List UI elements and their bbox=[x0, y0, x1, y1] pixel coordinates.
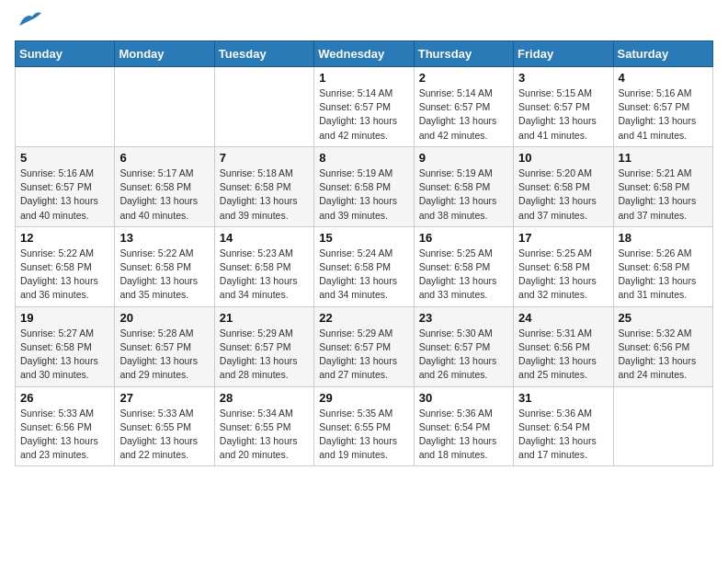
day-cell: 16Sunrise: 5:25 AM Sunset: 6:58 PM Dayli… bbox=[414, 226, 513, 306]
day-number: 16 bbox=[419, 231, 508, 245]
day-info: Sunrise: 5:14 AM Sunset: 6:57 PM Dayligh… bbox=[319, 86, 408, 143]
day-number: 12 bbox=[20, 231, 109, 245]
weekday-header-friday: Friday bbox=[514, 41, 613, 67]
weekday-header-wednesday: Wednesday bbox=[314, 41, 414, 67]
day-cell: 13Sunrise: 5:22 AM Sunset: 6:58 PM Dayli… bbox=[115, 226, 214, 306]
day-number: 5 bbox=[20, 151, 109, 165]
day-number: 28 bbox=[220, 391, 309, 405]
day-info: Sunrise: 5:33 AM Sunset: 6:56 PM Dayligh… bbox=[20, 407, 109, 463]
day-info: Sunrise: 5:22 AM Sunset: 6:58 PM Dayligh… bbox=[119, 247, 209, 303]
week-row-2: 5Sunrise: 5:16 AM Sunset: 6:57 PM Daylig… bbox=[16, 146, 713, 226]
day-info: Sunrise: 5:30 AM Sunset: 6:57 PM Dayligh… bbox=[419, 327, 508, 383]
day-info: Sunrise: 5:32 AM Sunset: 6:56 PM Dayligh… bbox=[619, 327, 708, 383]
day-info: Sunrise: 5:20 AM Sunset: 6:58 PM Dayligh… bbox=[518, 167, 608, 223]
weekday-header-monday: Monday bbox=[115, 41, 214, 67]
day-cell: 14Sunrise: 5:23 AM Sunset: 6:58 PM Dayli… bbox=[214, 226, 313, 306]
day-info: Sunrise: 5:29 AM Sunset: 6:57 PM Dayligh… bbox=[319, 327, 408, 383]
day-info: Sunrise: 5:27 AM Sunset: 6:58 PM Dayligh… bbox=[20, 327, 109, 383]
weekday-header-sunday: Sunday bbox=[16, 41, 115, 67]
day-info: Sunrise: 5:24 AM Sunset: 6:58 PM Dayligh… bbox=[319, 247, 408, 303]
day-info: Sunrise: 5:21 AM Sunset: 6:58 PM Dayligh… bbox=[619, 167, 708, 223]
day-number: 18 bbox=[619, 231, 708, 245]
day-info: Sunrise: 5:35 AM Sunset: 6:55 PM Dayligh… bbox=[319, 407, 408, 463]
day-cell: 28Sunrise: 5:34 AM Sunset: 6:55 PM Dayli… bbox=[214, 386, 313, 466]
day-info: Sunrise: 5:14 AM Sunset: 6:57 PM Dayligh… bbox=[419, 86, 508, 143]
day-info: Sunrise: 5:25 AM Sunset: 6:58 PM Dayligh… bbox=[518, 247, 608, 303]
day-cell: 12Sunrise: 5:22 AM Sunset: 6:58 PM Dayli… bbox=[16, 226, 115, 306]
day-cell: 19Sunrise: 5:27 AM Sunset: 6:58 PM Dayli… bbox=[16, 306, 115, 386]
day-cell: 22Sunrise: 5:29 AM Sunset: 6:57 PM Dayli… bbox=[314, 306, 414, 386]
day-cell: 20Sunrise: 5:28 AM Sunset: 6:57 PM Dayli… bbox=[115, 306, 214, 386]
day-info: Sunrise: 5:18 AM Sunset: 6:58 PM Dayligh… bbox=[220, 167, 309, 223]
day-number: 8 bbox=[319, 151, 408, 165]
day-info: Sunrise: 5:15 AM Sunset: 6:57 PM Dayligh… bbox=[518, 86, 608, 143]
day-number: 19 bbox=[20, 311, 109, 325]
day-info: Sunrise: 5:25 AM Sunset: 6:58 PM Dayligh… bbox=[419, 247, 508, 303]
logo-bird-icon bbox=[17, 9, 43, 29]
day-cell: 21Sunrise: 5:29 AM Sunset: 6:57 PM Dayli… bbox=[214, 306, 313, 386]
week-row-4: 19Sunrise: 5:27 AM Sunset: 6:58 PM Dayli… bbox=[16, 306, 713, 386]
day-info: Sunrise: 5:17 AM Sunset: 6:58 PM Dayligh… bbox=[119, 167, 209, 223]
day-info: Sunrise: 5:34 AM Sunset: 6:55 PM Dayligh… bbox=[220, 407, 309, 463]
day-number: 14 bbox=[220, 231, 309, 245]
day-number: 13 bbox=[119, 231, 209, 245]
calendar-table: SundayMondayTuesdayWednesdayThursdayFrid… bbox=[15, 40, 713, 466]
weekday-header-row: SundayMondayTuesdayWednesdayThursdayFrid… bbox=[16, 41, 713, 67]
day-cell: 3Sunrise: 5:15 AM Sunset: 6:57 PM Daylig… bbox=[514, 67, 613, 147]
day-cell: 25Sunrise: 5:32 AM Sunset: 6:56 PM Dayli… bbox=[613, 306, 712, 386]
day-cell bbox=[115, 67, 214, 147]
page-header bbox=[15, 15, 713, 29]
day-info: Sunrise: 5:28 AM Sunset: 6:57 PM Dayligh… bbox=[119, 327, 209, 383]
day-cell: 18Sunrise: 5:26 AM Sunset: 6:58 PM Dayli… bbox=[613, 226, 712, 306]
day-info: Sunrise: 5:19 AM Sunset: 6:58 PM Dayligh… bbox=[419, 167, 508, 223]
day-number: 6 bbox=[119, 151, 209, 165]
day-number: 27 bbox=[119, 391, 209, 405]
day-info: Sunrise: 5:26 AM Sunset: 6:58 PM Dayligh… bbox=[619, 247, 708, 303]
day-cell: 4Sunrise: 5:16 AM Sunset: 6:57 PM Daylig… bbox=[613, 67, 712, 147]
day-number: 26 bbox=[20, 391, 109, 405]
day-info: Sunrise: 5:36 AM Sunset: 6:54 PM Dayligh… bbox=[419, 407, 508, 463]
day-cell: 27Sunrise: 5:33 AM Sunset: 6:55 PM Dayli… bbox=[115, 386, 214, 466]
day-cell bbox=[613, 386, 712, 466]
day-cell bbox=[16, 67, 115, 147]
day-number: 10 bbox=[518, 151, 608, 165]
day-cell: 11Sunrise: 5:21 AM Sunset: 6:58 PM Dayli… bbox=[613, 146, 712, 226]
day-number: 31 bbox=[518, 391, 608, 405]
week-row-1: 1Sunrise: 5:14 AM Sunset: 6:57 PM Daylig… bbox=[16, 67, 713, 147]
weekday-header-saturday: Saturday bbox=[613, 41, 712, 67]
day-number: 22 bbox=[319, 311, 408, 325]
weekday-header-thursday: Thursday bbox=[414, 41, 513, 67]
day-info: Sunrise: 5:23 AM Sunset: 6:58 PM Dayligh… bbox=[220, 247, 309, 303]
day-number: 9 bbox=[419, 151, 508, 165]
week-row-3: 12Sunrise: 5:22 AM Sunset: 6:58 PM Dayli… bbox=[16, 226, 713, 306]
day-info: Sunrise: 5:33 AM Sunset: 6:55 PM Dayligh… bbox=[119, 407, 209, 463]
day-cell: 9Sunrise: 5:19 AM Sunset: 6:58 PM Daylig… bbox=[414, 146, 513, 226]
day-number: 7 bbox=[220, 151, 309, 165]
day-cell: 17Sunrise: 5:25 AM Sunset: 6:58 PM Dayli… bbox=[514, 226, 613, 306]
day-info: Sunrise: 5:16 AM Sunset: 6:57 PM Dayligh… bbox=[20, 167, 109, 223]
day-cell: 2Sunrise: 5:14 AM Sunset: 6:57 PM Daylig… bbox=[414, 67, 513, 147]
day-number: 23 bbox=[419, 311, 508, 325]
day-info: Sunrise: 5:22 AM Sunset: 6:58 PM Dayligh… bbox=[20, 247, 109, 303]
day-cell: 23Sunrise: 5:30 AM Sunset: 6:57 PM Dayli… bbox=[414, 306, 513, 386]
day-cell bbox=[214, 67, 313, 147]
day-cell: 1Sunrise: 5:14 AM Sunset: 6:57 PM Daylig… bbox=[314, 67, 414, 147]
day-number: 24 bbox=[518, 311, 608, 325]
day-number: 21 bbox=[220, 311, 309, 325]
day-cell: 24Sunrise: 5:31 AM Sunset: 6:56 PM Dayli… bbox=[514, 306, 613, 386]
day-info: Sunrise: 5:19 AM Sunset: 6:58 PM Dayligh… bbox=[319, 167, 408, 223]
day-cell: 26Sunrise: 5:33 AM Sunset: 6:56 PM Dayli… bbox=[16, 386, 115, 466]
day-number: 15 bbox=[319, 231, 408, 245]
day-number: 29 bbox=[319, 391, 408, 405]
day-number: 30 bbox=[419, 391, 508, 405]
day-cell: 10Sunrise: 5:20 AM Sunset: 6:58 PM Dayli… bbox=[514, 146, 613, 226]
day-number: 11 bbox=[619, 151, 708, 165]
day-info: Sunrise: 5:36 AM Sunset: 6:54 PM Dayligh… bbox=[518, 407, 608, 463]
day-cell: 7Sunrise: 5:18 AM Sunset: 6:58 PM Daylig… bbox=[214, 146, 313, 226]
day-number: 25 bbox=[619, 311, 708, 325]
day-cell: 30Sunrise: 5:36 AM Sunset: 6:54 PM Dayli… bbox=[414, 386, 513, 466]
day-info: Sunrise: 5:29 AM Sunset: 6:57 PM Dayligh… bbox=[220, 327, 309, 383]
day-number: 20 bbox=[119, 311, 209, 325]
day-number: 17 bbox=[518, 231, 608, 245]
day-cell: 5Sunrise: 5:16 AM Sunset: 6:57 PM Daylig… bbox=[16, 146, 115, 226]
